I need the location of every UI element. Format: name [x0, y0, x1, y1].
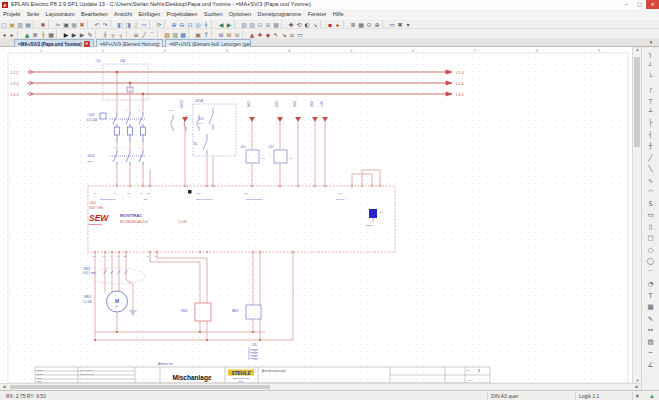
toolbar-separator	[343, 20, 348, 28]
main-switch-box[interactable]	[103, 64, 148, 100]
schematic-text: Relaisausgänge	[246, 198, 264, 201]
ellipse-icon[interactable]: ◯	[645, 256, 657, 268]
pencil-icon[interactable]: ✎	[645, 314, 657, 326]
toolbar-separator	[95, 30, 100, 38]
menu-suchen[interactable]: Suchen	[201, 11, 226, 17]
line2-icon[interactable]: ╲	[645, 164, 657, 176]
menu-hilfe[interactable]: Hilfe	[329, 11, 346, 17]
line-icon[interactable]: ╱	[645, 153, 657, 165]
toolbar-separator	[56, 30, 61, 38]
schematic-text: Stefan Nehls	[80, 373, 94, 376]
sector-icon[interactable]: ◔	[645, 279, 657, 291]
schematic-text: 400V / 50Hz	[89, 206, 104, 210]
dimension-icon[interactable]: ↔	[645, 325, 657, 337]
close-button[interactable]: ✕	[646, 0, 659, 9]
schematic-text: MOVITRAC	[120, 213, 142, 218]
schematic-text: 4	[126, 146, 128, 148]
schematic-text: 3	[478, 369, 480, 373]
tab-overflow-button[interactable]: ▾	[646, 39, 656, 46]
schematic-text: L3	[140, 192, 143, 194]
menu-einfügen[interactable]: Einfügen	[135, 11, 163, 17]
hatch-icon[interactable]: ▨	[645, 337, 657, 349]
schematic-text: +SV-A1	[194, 99, 204, 103]
angle-icon[interactable]: ∠	[645, 360, 657, 372]
schematic-text: Bl.	[467, 369, 470, 372]
menu-ansicht[interactable]: Ansicht	[111, 11, 135, 17]
menu-bearbeiten[interactable]: Bearbeiten	[78, 11, 111, 17]
schematic-text: L1.2	[11, 70, 20, 75]
schematic-text: X17	[379, 211, 384, 214]
circle-icon[interactable]: ○	[645, 245, 657, 257]
indicator-square	[369, 209, 377, 218]
t-left-icon[interactable]: ┤	[645, 130, 657, 142]
control-wires	[182, 117, 328, 186]
brake-rectifier-symbol[interactable]	[246, 305, 261, 319]
connection-update-icon[interactable]: ▲	[646, 392, 659, 400]
contactor-symbol[interactable]	[110, 150, 146, 165]
menu-projekt[interactable]: Projekt	[0, 11, 24, 17]
setpoint-jumpers	[352, 170, 380, 186]
menu-fenster[interactable]: Fenster	[304, 11, 329, 17]
cross-icon[interactable]: ┼	[645, 141, 657, 153]
vertical-scroll-thumb[interactable]	[634, 57, 640, 147]
schematic-text: W	[117, 255, 120, 257]
rect2-icon[interactable]: ▯	[645, 222, 657, 234]
motor-cable	[91, 252, 145, 311]
rect-icon[interactable]: ▭	[645, 210, 657, 222]
schematic-text: 25A	[120, 59, 125, 63]
corner-bl-icon[interactable]: └	[645, 72, 657, 84]
menu-dienstprogramme[interactable]: Dienstprogramme	[254, 11, 304, 17]
t-down-icon[interactable]: ┬	[645, 95, 657, 107]
brake-resistor-symbol[interactable]	[195, 303, 211, 321]
schematic-text: 1 BN	[252, 349, 257, 351]
schematic-text: Gepr.	[37, 377, 43, 380]
control-box[interactable]	[193, 104, 236, 156]
menu-optionen[interactable]: Optionen	[226, 11, 255, 17]
minimize-button[interactable]: –	[620, 0, 633, 9]
horizontal-scroll-thumb[interactable]	[10, 385, 270, 389]
schematic-text: GmbH	[239, 380, 245, 382]
schematic-text: SEW	[89, 213, 109, 223]
t-right-icon[interactable]: ├	[645, 118, 657, 130]
schematic-text: L3.2	[11, 92, 20, 97]
square-icon[interactable]: □	[645, 233, 657, 245]
scroll-left-icon[interactable]: ◀	[0, 384, 8, 389]
schematic-text: U	[103, 255, 105, 257]
spline-icon[interactable]: S	[645, 199, 657, 211]
cursor-coordinates: RX: 2.75 RY: 9.50	[3, 392, 49, 400]
text-tool-icon[interactable]: T	[645, 291, 657, 303]
schematic-text: /22.2	[87, 160, 93, 163]
schematic-text: -K02	[87, 154, 94, 158]
relay-coils[interactable]	[246, 150, 287, 163]
polyline-icon[interactable]: ∿	[645, 176, 657, 188]
menu-seite[interactable]: Seite	[24, 11, 43, 17]
toolbar-separator	[281, 20, 286, 28]
pe-bar-marker	[188, 190, 192, 194]
menu-projektdaten[interactable]: Projektdaten	[163, 11, 200, 17]
frequency-inverter-box[interactable]	[88, 185, 395, 253]
schematic-text: Bearb.	[37, 373, 44, 376]
arc2-icon[interactable]: ⌒	[645, 268, 657, 280]
corner-tl-icon[interactable]: ┌	[645, 84, 657, 96]
connector-detail	[249, 347, 258, 360]
schematic-text: -K1	[193, 142, 198, 146]
ruler-digit: 8	[536, 48, 539, 53]
ruler-icon[interactable]: ─	[645, 348, 657, 360]
schematic-text: GND	[310, 101, 314, 107]
schematic-drawing: 0123456789	[0, 47, 632, 383]
motor-symbol[interactable]	[107, 291, 137, 315]
menu-layoutraum[interactable]: Layoutraum	[42, 11, 77, 17]
arc-icon[interactable]: ◠	[645, 187, 657, 199]
image-icon[interactable]: ▦	[645, 302, 657, 314]
toolbar-separator	[87, 20, 92, 28]
motor-breaker-symbol[interactable]	[100, 112, 146, 142]
schematic-canvas[interactable]: 0123456789	[0, 47, 632, 383]
maximize-button[interactable]: ▢	[633, 0, 646, 9]
ruler-digit: 7	[474, 48, 477, 53]
schematic-text: 6,3-10A	[87, 118, 97, 122]
corner-tr-icon[interactable]: ┐	[645, 49, 657, 61]
t-up-icon[interactable]: ┴	[645, 107, 657, 119]
scroll-right-icon[interactable]: ▶	[633, 384, 641, 389]
schematic-text: +	[447, 373, 449, 376]
corner-br-icon[interactable]: ┘	[645, 61, 657, 73]
